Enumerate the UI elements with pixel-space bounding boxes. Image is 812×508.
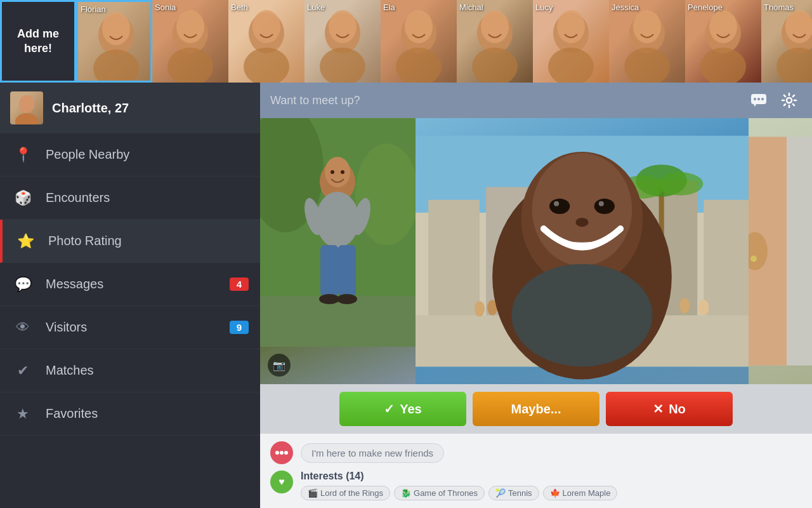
top-person-ela[interactable]: Ela [381, 0, 457, 83]
top-strip: Add me here! Florian [0, 0, 812, 83]
svg-point-70 [698, 300, 709, 315]
svg-point-11 [320, 48, 365, 83]
interests-row: ♥ Interests (14) 🎬Lord of the Rings🐉Game… [270, 471, 802, 500]
svg-point-20 [548, 48, 594, 83]
nav-label-messages: Messages [46, 277, 230, 291]
top-person-florian[interactable]: Florian [76, 0, 152, 83]
top-person-thomas[interactable]: Thomas [761, 0, 812, 83]
svg-rect-50 [320, 245, 338, 296]
interests-content: Interests (14) 🎬Lord of the Rings🐉Game o… [301, 471, 802, 500]
svg-point-86 [280, 451, 284, 455]
nav-label-favorites: Favorites [46, 406, 249, 421]
svg-point-87 [284, 451, 288, 455]
sidebar-profile[interactable]: Charlotte, 27 [0, 83, 260, 133]
svg-point-5 [167, 48, 213, 83]
profile-name: Charlotte, 27 [52, 101, 129, 116]
svg-point-74 [549, 199, 570, 214]
status-icon [270, 441, 293, 464]
svg-point-66 [475, 301, 485, 316]
svg-rect-51 [338, 245, 356, 296]
top-persons-list: Florian Sonia [76, 0, 812, 83]
camera-icon[interactable]: 📷 [268, 354, 291, 377]
nav-label-photo-rating: Photo Rating [48, 234, 249, 248]
svg-point-23 [624, 48, 670, 83]
settings-icon-button[interactable] [776, 88, 802, 113]
nav-label-encounters: Encounters [46, 190, 249, 205]
svg-point-46 [341, 170, 344, 174]
sidebar-item-photo-rating[interactable]: ⭐ Photo Rating [0, 220, 260, 263]
top-person-penelope[interactable]: Penelope [685, 0, 761, 83]
svg-point-52 [319, 294, 339, 304]
no-button[interactable]: ✕ No [606, 392, 733, 426]
sidebar-item-people-nearby[interactable]: 📍 People Nearby [0, 133, 260, 177]
svg-point-16 [481, 10, 509, 43]
svg-point-2 [93, 50, 139, 83]
svg-point-22 [633, 10, 661, 43]
nav-icon-messages: 💬 [11, 273, 34, 296]
avatar [10, 91, 43, 124]
nav-icon-photo-rating: ⭐ [14, 230, 37, 253]
sidebar-item-matches[interactable]: ✔ Matches [0, 349, 260, 392]
nav-label-people-nearby: People Nearby [46, 147, 249, 162]
badge-visitors: 9 [230, 321, 249, 334]
photo-right[interactable] [416, 118, 749, 384]
main-layout: Charlotte, 27 📍 People Nearby 🎲 Encounte… [0, 83, 812, 508]
svg-point-64 [658, 172, 704, 195]
content-area: Want to meet up? [260, 83, 812, 508]
svg-point-26 [700, 48, 746, 83]
no-icon: ✕ [653, 401, 664, 417]
chat-icon-button[interactable] [746, 88, 771, 113]
top-person-luke[interactable]: Luke [304, 0, 381, 83]
maybe-button[interactable]: Maybe... [473, 392, 599, 426]
top-person-jessica[interactable]: Jessica [609, 0, 685, 83]
nav-icon-matches: ✔ [11, 359, 34, 382]
svg-point-80 [511, 264, 652, 367]
svg-point-4 [176, 10, 204, 43]
photo-far-right [749, 118, 812, 384]
add-me-button[interactable]: Add me here! [0, 0, 76, 83]
svg-point-85 [275, 451, 279, 455]
status-row: I'm here to make new friends [270, 441, 802, 464]
interest-tag: 🍁Lorem Maple [543, 486, 618, 500]
svg-point-19 [557, 10, 585, 43]
svg-point-32 [19, 95, 34, 113]
nav-label-visitors: Visitors [46, 320, 230, 335]
content-header: Want to meet up? [260, 83, 812, 118]
interests-title: Interests (14) [301, 471, 802, 482]
top-person-michal[interactable]: Michal [457, 0, 533, 83]
svg-point-1 [102, 12, 130, 45]
svg-point-14 [396, 48, 442, 83]
svg-point-36 [761, 98, 764, 100]
svg-point-35 [757, 98, 760, 100]
top-person-beth[interactable]: Beth [228, 0, 304, 83]
svg-point-13 [405, 10, 433, 43]
svg-point-25 [709, 10, 737, 43]
sidebar-nav: 📍 People Nearby 🎲 Encounters ⭐ Photo Rat… [0, 133, 260, 436]
maybe-label: Maybe... [511, 402, 561, 417]
svg-point-47 [316, 192, 359, 248]
add-me-label: Add me here! [17, 27, 59, 57]
photo-left[interactable]: 📷 [260, 118, 416, 384]
svg-point-45 [331, 170, 334, 174]
svg-point-34 [754, 98, 756, 100]
interest-tag: 🎬Lord of the Rings [301, 486, 390, 500]
yes-button[interactable]: ✓ Yes [339, 392, 466, 426]
nav-label-matches: Matches [46, 363, 249, 378]
sidebar-item-favorites[interactable]: ★ Favorites [0, 392, 260, 436]
interest-tag: 🎾Tennis [488, 486, 539, 500]
svg-point-28 [785, 10, 812, 43]
interests-tags: 🎬Lord of the Rings🐉Game of Thrones🎾Tenni… [301, 486, 802, 500]
svg-point-78 [575, 218, 588, 227]
svg-point-76 [554, 201, 559, 206]
svg-rect-42 [260, 296, 416, 347]
svg-point-38 [787, 98, 792, 103]
sidebar-item-encounters[interactable]: 🎲 Encounters [0, 177, 260, 220]
svg-point-17 [472, 48, 518, 83]
top-person-sonia[interactable]: Sonia [152, 0, 228, 83]
svg-point-75 [594, 199, 615, 214]
svg-point-31 [15, 113, 38, 124]
top-person-lucy[interactable]: Lucy [533, 0, 609, 83]
sidebar-item-messages[interactable]: 💬 Messages 4 [0, 263, 260, 306]
svg-point-69 [679, 298, 690, 313]
sidebar-item-visitors[interactable]: 👁 Visitors 9 [0, 306, 260, 349]
